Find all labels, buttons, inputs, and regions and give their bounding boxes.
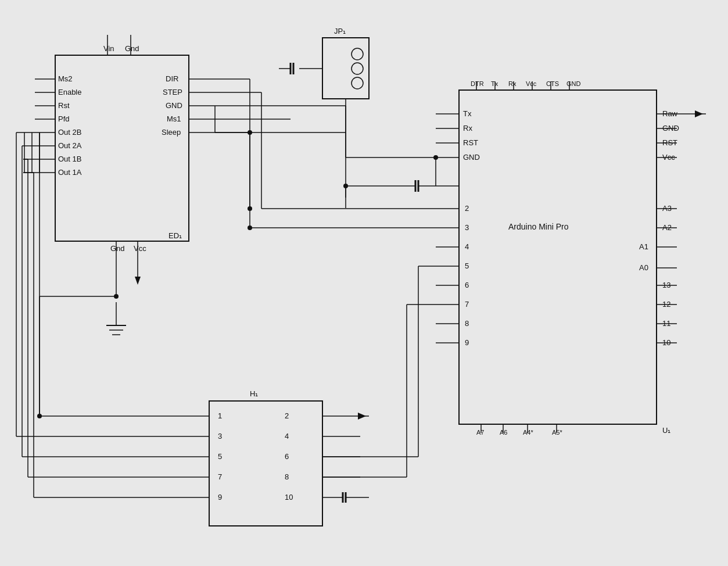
svg-point-114 — [433, 155, 438, 160]
arduino-pin-dtr: DTR — [471, 80, 484, 87]
pin-out1a: Out 1A — [58, 168, 82, 177]
arduino-left-gnd: GND — [463, 153, 480, 162]
arduino-left-tx: Tx — [463, 109, 472, 118]
jp1-label: JP₁ — [334, 27, 346, 35]
arduino-pin-vcc-top: Vcc — [526, 80, 537, 87]
arduino-right-a1: A1 — [639, 242, 648, 251]
h1-pin8: 8 — [285, 472, 289, 481]
arduino-left-4: 4 — [465, 242, 469, 251]
ed1-label: ED₁ — [168, 231, 182, 240]
h1-pin6: 6 — [285, 452, 289, 461]
pin-ms1: Ms1 — [167, 114, 181, 123]
pin-dir: DIR — [166, 74, 178, 83]
h1-pin10: 10 — [285, 493, 293, 501]
h1-pin9: 9 — [218, 493, 222, 501]
pin-sleep: Sleep — [162, 128, 181, 137]
svg-point-147 — [248, 225, 252, 230]
h1-pin3: 3 — [218, 432, 222, 440]
u1-designator: U₁ — [662, 426, 670, 435]
pin-ms2: Ms2 — [58, 74, 73, 83]
stepper-gnd-bot-label: Gnd — [110, 244, 125, 253]
h1-pin4: 4 — [285, 432, 289, 440]
arduino-left-8: 8 — [465, 319, 469, 328]
arduino-left-6: 6 — [465, 281, 469, 289]
h1-pin2: 2 — [285, 411, 289, 420]
h1-pin7: 7 — [218, 472, 222, 481]
arduino-left-rx: Rx — [463, 124, 472, 132]
svg-point-146 — [248, 206, 252, 211]
h1-label: H₁ — [250, 389, 258, 398]
arduino-pin-a7: A7 — [476, 429, 484, 436]
pin-gnd-right: GND — [166, 101, 182, 110]
pin-enable: Enable — [58, 88, 81, 96]
arduino-left-2: 2 — [465, 204, 469, 213]
svg-rect-0 — [0, 0, 728, 566]
schematic-canvas: Vin Gnd Ms2 Enable Rst Pfd Out 2B Out 2A… — [0, 0, 728, 566]
pin-pfd: Pfd — [58, 114, 70, 123]
arduino-pin-a5s: A5* — [552, 429, 562, 436]
arduino-left-rst: RST — [463, 138, 478, 147]
pin-step: STEP — [163, 88, 182, 96]
stepper-vin-label: Vin — [103, 44, 114, 53]
stepper-gnd-top-label: Gnd — [125, 44, 139, 53]
arduino-label: Arduino Mini Pro — [508, 222, 569, 231]
svg-point-141 — [343, 184, 348, 188]
pin-rst: Rst — [58, 101, 70, 110]
arduino-left-3: 3 — [465, 223, 469, 232]
arduino-left-5: 5 — [465, 261, 469, 270]
arduino-pin-cts: CTS — [546, 80, 559, 87]
arduino-right-ai: A0 — [639, 263, 648, 272]
arduino-left-7: 7 — [465, 300, 469, 309]
arduino-pin-rx-top: Rx — [508, 80, 517, 87]
pin-out1b: Out 1B — [58, 155, 81, 163]
svg-point-137 — [37, 414, 42, 418]
arduino-pin-a4s: A4* — [523, 429, 533, 436]
pin-out2a: Out 2A — [58, 141, 82, 150]
h1-pin5: 5 — [218, 452, 222, 461]
arduino-pin-gnd-top: GND — [566, 80, 581, 87]
arduino-left-9: 9 — [465, 338, 469, 347]
stepper-vcc-bot-label: Vcc — [134, 244, 146, 253]
h1-pin1: 1 — [218, 411, 222, 420]
pin-out2b: Out 2B — [58, 128, 81, 137]
